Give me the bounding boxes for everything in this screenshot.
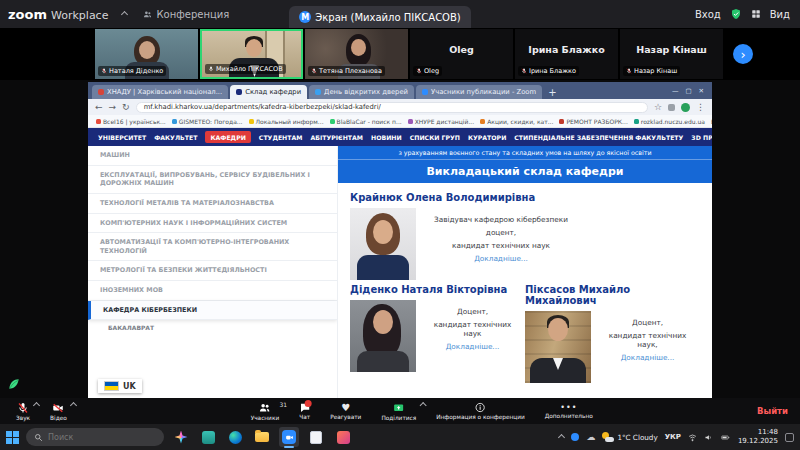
browser-menu-icon[interactable]: ⋮ <box>696 102 705 112</box>
next-participants-button[interactable]: › <box>733 44 753 64</box>
sidebar-item[interactable]: ІНОЗЕМНИХ МОВ <box>88 281 337 301</box>
nav-item[interactable]: АБІТУРІЄНТАМ <box>310 134 363 141</box>
browser-tab[interactable]: Учасники публикации - Zoom <box>416 85 542 99</box>
participant-tile[interactable]: Наталя Діденко <box>95 29 198 79</box>
chat-button[interactable]: Чат <box>289 398 320 424</box>
details-link[interactable]: Докладніше... <box>621 353 675 362</box>
collapse-chevron-icon[interactable] <box>121 10 128 17</box>
wifi-icon[interactable] <box>688 433 697 442</box>
participant-tile-audio-only[interactable]: Oleg Oleg <box>410 29 513 79</box>
share-options-chevron-icon[interactable] <box>419 402 426 409</box>
window-minimize-button[interactable]: — <box>672 87 679 95</box>
window-close-button[interactable]: ✕ <box>699 87 704 95</box>
view-button[interactable]: Вид <box>770 9 790 20</box>
volume-icon[interactable] <box>704 433 713 442</box>
nav-item[interactable]: СТИПЕНДІАЛЬНЕ ЗАБЕЗПЕЧЕННЯ ФАКУЛЬТЕТУ <box>514 134 683 141</box>
nav-item[interactable]: НОВИНИ <box>371 134 402 141</box>
all-bookmarks-button[interactable]: Все закладки <box>711 118 712 125</box>
participants-button[interactable]: Учасники 31 <box>241 398 290 424</box>
bookmark-item[interactable]: ВсеІ16 | українськ... <box>96 118 166 125</box>
nav-item[interactable]: 3D ПРОСТІР <box>691 134 712 141</box>
browser-tab-active[interactable]: Склад кафедри <box>230 85 307 99</box>
nav-item-active[interactable]: КАФЕДРИ <box>205 131 250 143</box>
bookmark-item[interactable]: РЕМОНТ РАЗБОРК... <box>559 118 627 125</box>
battery-icon[interactable] <box>720 433 731 442</box>
tab-screen-share[interactable]: М Экран (Михайло ПІКСАСОВ) <box>289 6 470 28</box>
nav-item[interactable]: УНІВЕРСИТЕТ <box>98 134 146 141</box>
login-button[interactable]: Вход <box>695 9 721 20</box>
participant-tile-audio-only[interactable]: Ірина Блажко Ірина Блажко <box>515 29 618 79</box>
taskbar-app[interactable] <box>333 427 353 447</box>
bookmark-item[interactable]: rozklad.nuczu.edu.ua <box>634 118 705 125</box>
profile-avatar[interactable] <box>681 103 690 112</box>
onedrive-cloud-icon[interactable]: ☁ <box>586 432 595 442</box>
sidebar-item[interactable]: МЕТРОЛОГІЇ ТА БЕЗПЕКИ ЖИТТЄДІЯЛЬНОСТІ <box>88 261 337 281</box>
annotation-leaf-icon[interactable] <box>7 376 21 395</box>
staff-role: Доцент, <box>457 307 488 316</box>
details-link[interactable]: Докладніше... <box>474 254 528 263</box>
staff-photo <box>350 208 416 280</box>
search-input[interactable] <box>48 433 148 442</box>
notification-center-icon[interactable] <box>785 433 794 442</box>
bookmark-star-icon[interactable]: ☆ <box>654 102 662 112</box>
back-icon[interactable]: ← <box>95 102 103 112</box>
video-options-chevron-icon[interactable] <box>70 402 77 409</box>
taskbar-app-edge[interactable] <box>225 427 245 447</box>
camera-muted-icon <box>52 402 64 414</box>
taskbar-search[interactable] <box>26 428 164 446</box>
zoom-tray-icon[interactable] <box>571 433 579 441</box>
url-field[interactable]: mf.khadi.kharkov.ua/departments/kafedra-… <box>136 102 648 113</box>
window-maximize-button[interactable]: ▢ <box>685 87 691 95</box>
participant-tile-audio-only[interactable]: Назар Кінаш Назар Кінаш <box>620 29 723 79</box>
nav-item[interactable]: СПИСКИ ГРУП <box>410 134 460 141</box>
browser-tab[interactable]: День відкритих дверей <box>309 85 414 99</box>
reload-icon[interactable]: ↻ <box>122 102 130 112</box>
start-button[interactable] <box>6 431 19 444</box>
taskbar-app-document[interactable] <box>306 427 326 447</box>
language-indicator[interactable]: УКР <box>665 433 681 441</box>
new-tab-button[interactable]: + <box>548 87 556 98</box>
bookmark-item[interactable]: BlaBlaCar - поиск п... <box>330 118 402 125</box>
next-arrow-icon: › <box>740 47 745 62</box>
taskbar-app-zoom[interactable] <box>279 427 299 447</box>
sidebar-item[interactable]: ЕКСПЛУАТАЦІЇ, ВИПРОБУВАНЬ, СЕРВІСУ БУДІВ… <box>88 166 337 194</box>
extensions-icon[interactable] <box>668 104 675 111</box>
taskbar-app[interactable] <box>198 427 218 447</box>
sidebar-item[interactable]: МАШИН <box>88 146 337 166</box>
nav-item[interactable]: ФАКУЛЬТЕТ <box>154 134 197 141</box>
share-screen-button[interactable]: Поділитися <box>371 398 426 424</box>
language-switcher[interactable]: UK <box>98 379 142 393</box>
tab-meeting[interactable]: Конференция <box>143 9 229 20</box>
bookmark-item[interactable]: ХНУРЕ дистанцій... <box>408 118 474 125</box>
meeting-info-button[interactable]: Информация о конференции <box>426 398 535 424</box>
taskbar-app-explorer[interactable] <box>252 427 272 447</box>
taskbar-app-copilot[interactable] <box>171 427 191 447</box>
tray-expand-chevron-icon[interactable] <box>558 433 565 440</box>
nav-item[interactable]: КУРАТОРИ <box>468 134 506 141</box>
browser-tab[interactable]: ХНАДУ | Харківський націонал... <box>92 85 228 99</box>
sidebar-item[interactable]: ТЕХНОЛОГІЇ МЕТАЛІВ ТА МАТЕРІАЛОЗНАВСТВА <box>88 194 337 214</box>
weather-widget[interactable]: 1°C Cloudy <box>602 432 657 442</box>
clock[interactable]: 11:48 19.12.2025 <box>738 428 778 446</box>
bookmark-item[interactable]: Локальный информ... <box>249 118 324 125</box>
nav-item[interactable]: СТУДЕНТАМ <box>259 134 303 141</box>
forward-icon[interactable]: → <box>109 102 117 112</box>
bookmark-item[interactable]: Акции, скидки, кат... <box>480 118 553 125</box>
sidebar-item[interactable]: АВТОМАТИЗАЦІЇ ТА КОМП'ЮТЕРНО-ІНТЕГРОВАНИ… <box>88 233 337 261</box>
sidebar-item[interactable]: КОМП'ЮТЕРНИХ НАУК І ІНФОРМАЦІЙНИХ СИСТЕМ <box>88 214 337 234</box>
bookmark-favicon <box>559 119 564 124</box>
more-button[interactable]: ••• Дополнительно <box>535 398 603 424</box>
audio-button[interactable]: Звук <box>6 398 40 424</box>
details-link[interactable]: Докладніше... <box>446 342 500 351</box>
participant-tile[interactable]: Тетяна Плеханова <box>305 29 408 79</box>
sidebar-subitem[interactable]: БАКАЛАВРАТ <box>88 320 337 335</box>
bookmark-item[interactable]: GISMETEO: Погода... <box>172 118 243 125</box>
tab-meeting-label: Конференция <box>156 9 229 20</box>
participant-tile-active-speaker[interactable]: Михайло ПІКСАСОВ <box>200 29 303 79</box>
react-button[interactable]: ♥ Реагувати <box>320 398 371 424</box>
video-button[interactable]: Відео <box>40 398 77 424</box>
leave-button[interactable]: Выйти <box>757 398 788 424</box>
audio-options-chevron-icon[interactable] <box>33 402 40 409</box>
sidebar-item-active[interactable]: КАФЕДРА КІБЕРБЕЗПЕКИ <box>88 301 337 321</box>
participant-name-label: Михайло ПІКСАСОВ <box>205 64 286 74</box>
